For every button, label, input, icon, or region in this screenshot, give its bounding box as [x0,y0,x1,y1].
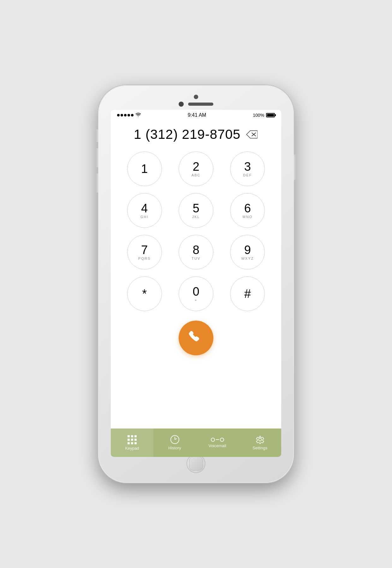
key-0[interactable]: 0+ [179,276,213,311]
grid-dot [134,435,137,437]
camera-dot [194,95,198,99]
key-letters-label: + [195,298,197,302]
key-5[interactable]: 5JKL [179,193,213,228]
grid-dot [128,439,130,441]
key-letters-label: TUV [192,257,200,260]
tab-keypad[interactable]: Keypad [111,429,153,457]
sensor-row [179,102,213,107]
status-right: 100% [253,113,275,118]
key-letters-label: PQRS [138,257,151,260]
key-letters-label: MNO [242,215,252,219]
key-number-label: 3 [244,161,251,173]
signal-dot-4 [128,114,130,116]
key-4[interactable]: 4GHI [127,193,162,228]
tab-keypad-label: Keypad [125,446,139,451]
key-letters-label: WXYZ [241,257,254,260]
tab-voicemail-label: Voicemail [209,443,226,448]
grid-dot [131,435,133,437]
number-display: 1 (312) 219-8705 [124,127,268,142]
backspace-button[interactable] [246,130,258,139]
grid-dot [134,442,137,444]
tab-settings[interactable]: Settings [239,429,281,457]
phone-call-icon [188,330,204,346]
mute-button[interactable] [96,129,98,142]
signal-dot-3 [124,114,127,116]
key-2[interactable]: 2ABC [179,151,213,186]
history-tab-icon [170,435,179,444]
battery-percentage: 100% [253,113,264,118]
key-number-label: 9 [244,244,251,256]
speaker-grille [188,103,213,106]
home-button[interactable] [187,454,205,473]
key-number-label: 1 [141,163,148,175]
key-8[interactable]: 8TUV [179,235,213,269]
gear-icon [256,435,264,444]
key-number-label: 5 [193,202,199,214]
settings-tab-icon [256,435,264,444]
status-time: 9:41 AM [188,112,206,118]
grid-dot [128,442,130,444]
key-9[interactable]: 9WXYZ [230,235,265,269]
svg-point-2 [258,438,261,441]
vm-line [216,439,219,440]
phone-screen: 9:41 AM 100% 1 (312) 219-8705 [111,110,281,457]
grid-dot [134,439,137,441]
signal-indicator [117,114,134,116]
tab-voicemail[interactable]: Voicemail [196,429,239,457]
key-letters-label: DEF [243,173,252,177]
grid-dot [131,439,133,441]
wifi-icon [135,113,141,118]
volume-down-button[interactable] [96,174,98,192]
tab-bar: Keypad History [111,429,281,457]
phone-top [98,95,294,107]
key-number-label: 4 [141,202,148,214]
key-number-label: 2 [193,161,199,173]
signal-dot-2 [121,114,123,116]
backspace-icon [246,130,258,139]
status-left [117,113,141,118]
key-number-label: 6 [244,202,251,214]
key-1[interactable]: 1 [127,151,162,186]
signal-dot-1 [117,114,120,116]
key-*[interactable]: * [127,276,162,311]
tab-history-label: History [168,446,181,450]
key-7[interactable]: 7PQRS [127,235,162,269]
key-number-label: # [244,288,251,300]
voicemail-icon [211,438,224,442]
battery-fill [267,114,274,116]
home-area [187,457,205,466]
grid-dot [128,435,130,437]
battery-icon [266,113,275,117]
key-6[interactable]: 6MNO [230,193,265,228]
call-button[interactable] [179,321,213,355]
key-letters-label: GHI [140,215,149,219]
tab-settings-label: Settings [252,446,267,450]
key-letters-label: JKL [192,215,200,219]
call-section [179,321,213,355]
phone-number-text: 1 (312) 219-8705 [134,127,241,142]
key-number-label: 7 [141,244,148,256]
grid-icon [128,435,137,444]
key-#[interactable]: # [230,276,265,311]
voicemail-tab-icon [211,438,224,442]
dialer-content: 1 (312) 219-8705 12ABC3DEF4GHI5JKL6MNO7P… [111,121,281,429]
key-number-label: 8 [193,244,199,256]
grid-dot [131,442,133,444]
key-letters-label: ABC [192,173,201,177]
volume-up-button[interactable] [96,148,98,167]
front-camera [179,102,184,107]
clock-icon [170,435,179,444]
power-button[interactable] [294,155,296,180]
signal-dot-5 [131,114,134,116]
key-number-label: * [142,288,147,300]
key-3[interactable]: 3DEF [230,151,265,186]
tab-history[interactable]: History [153,429,196,457]
keypad-tab-icon [128,435,137,444]
status-bar: 9:41 AM 100% [111,110,281,121]
keypad-grid: 12ABC3DEF4GHI5JKL6MNO7PQRS8TUV9WXYZ*0+# [111,151,281,311]
vm-circle-right [220,438,224,442]
key-number-label: 0 [193,286,199,298]
vm-circle-left [211,438,215,442]
phone-device: 9:41 AM 100% 1 (312) 219-8705 [98,85,294,483]
home-button-inner [189,457,203,470]
